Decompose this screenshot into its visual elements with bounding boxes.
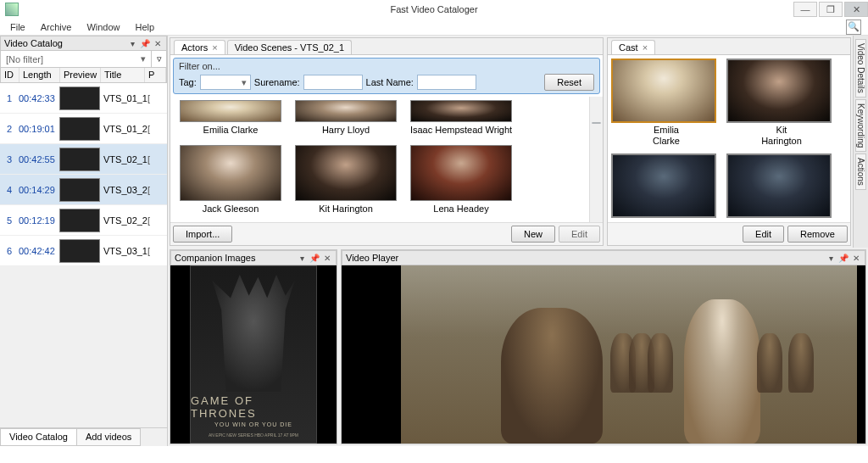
- tab-video-catalog[interactable]: Video Catalog: [0, 428, 77, 446]
- panel-close-icon[interactable]: ✕: [851, 253, 861, 263]
- menu-archive[interactable]: Archive: [34, 20, 79, 34]
- filter-dropdown[interactable]: [No filter]: [1, 51, 151, 67]
- reset-button[interactable]: Reset: [544, 74, 594, 91]
- minimize-button[interactable]: —: [793, 2, 817, 17]
- actors-panel: Actors× Video Scenes - VTS_02_1 Filter o…: [170, 37, 604, 246]
- scrollbar-thumb[interactable]: [592, 122, 601, 124]
- pin-icon[interactable]: 📌: [309, 253, 320, 263]
- tag-label: Tag:: [179, 77, 197, 87]
- actor-thumbnail: [295, 100, 397, 122]
- app-icon: [5, 3, 19, 16]
- video-player-title: Video Player: [346, 253, 398, 263]
- thumbnail: [59, 86, 100, 110]
- table-row[interactable]: 600:42:42VTS_03_1[: [0, 236, 167, 266]
- col-title[interactable]: Title: [101, 68, 145, 82]
- actor-card[interactable]: Lena Headey: [406, 145, 516, 219]
- actor-card[interactable]: Harry Lloyd: [291, 100, 401, 140]
- actor-card[interactable]: Kit Harington: [291, 145, 401, 219]
- actor-thumbnail: [410, 100, 512, 122]
- thumbnail: [59, 209, 100, 232]
- tabstrip: Actors× Video Scenes - VTS_02_1: [170, 38, 603, 55]
- close-icon[interactable]: ×: [643, 42, 648, 53]
- menu-help[interactable]: Help: [129, 20, 162, 34]
- surename-label: Surename:: [254, 77, 300, 87]
- cast-thumbnail: [726, 59, 832, 123]
- edit-button[interactable]: Edit: [559, 226, 600, 243]
- col-id[interactable]: ID: [1, 68, 19, 82]
- cast-edit-button[interactable]: Edit: [743, 226, 784, 243]
- cast-grid: EmiliaClarke KitHarington: [608, 55, 850, 222]
- cast-card[interactable]: EmiliaClarke: [611, 59, 721, 148]
- close-icon[interactable]: ×: [212, 42, 217, 53]
- scrollbar[interactable]: [589, 97, 603, 222]
- actors-grid: Emilia Clarke Harry Lloyd Isaac Hempstea…: [170, 97, 603, 222]
- tab-actions[interactable]: Actions: [855, 153, 866, 190]
- companion-images-panel: Companion Images ▾ 📌 ✕ GAME OF THRONES Y…: [170, 249, 337, 444]
- cast-thumbnail: [611, 153, 716, 218]
- thumbnail: [59, 239, 100, 263]
- import-button[interactable]: Import...: [173, 226, 232, 243]
- table-row[interactable]: 300:42:55VTS_02_1[: [0, 144, 167, 175]
- video-player-panel: Video Player ▾ 📌 ✕: [341, 249, 866, 444]
- cast-thumbnail: [726, 153, 832, 218]
- right-tab-strip: Video Details Keywording Actions: [853, 36, 868, 248]
- actor-card[interactable]: Isaac Hempstead Wright: [406, 100, 516, 140]
- video-catalog-panel: Video Catalog ▾ 📌 ✕ [No filter] ▿ ID Len…: [0, 36, 168, 446]
- actor-thumbnail: [295, 145, 397, 201]
- cast-card[interactable]: KitHarington: [726, 59, 837, 148]
- tab-video-details[interactable]: Video Details: [855, 39, 866, 98]
- table-row[interactable]: 400:14:29VTS_03_2[: [0, 175, 167, 205]
- pin-icon[interactable]: 📌: [838, 253, 849, 263]
- tab-actors[interactable]: Actors×: [174, 40, 225, 54]
- col-length[interactable]: Length: [19, 68, 60, 82]
- menu-bar: File Archive Window Help 🔍: [0, 19, 868, 36]
- panel-close-icon[interactable]: ✕: [322, 253, 332, 263]
- tab-video-scenes[interactable]: Video Scenes - VTS_02_1: [227, 40, 352, 54]
- catalog-columns: ID Length Preview Title P: [0, 68, 167, 83]
- dropdown-icon[interactable]: ▾: [826, 253, 836, 263]
- actor-thumbnail: [410, 145, 512, 201]
- actor-thumbnail: [180, 100, 281, 122]
- catalog-rows: 100:42:33VTS_01_1[ 200:19:01VTS_01_2[ 30…: [0, 83, 167, 266]
- lastname-input[interactable]: [417, 75, 476, 90]
- col-p[interactable]: P: [145, 68, 166, 82]
- cast-panel: Cast× EmiliaClarke KitHarington Edit Rem…: [607, 37, 851, 246]
- table-row[interactable]: 200:19:01VTS_01_2[: [0, 114, 167, 144]
- tag-select[interactable]: [200, 75, 251, 90]
- close-button[interactable]: ✕: [844, 2, 868, 17]
- video-player-viewport[interactable]: [342, 265, 865, 443]
- cast-remove-button[interactable]: Remove: [787, 226, 848, 243]
- dropdown-icon[interactable]: ▾: [127, 38, 137, 48]
- video-catalog-title: Video Catalog: [4, 38, 63, 48]
- dropdown-icon[interactable]: ▾: [297, 253, 307, 263]
- col-preview[interactable]: Preview: [60, 68, 101, 82]
- maximize-button[interactable]: ❐: [819, 2, 843, 17]
- actor-card[interactable]: Jack Gleeson: [175, 145, 286, 219]
- cast-card[interactable]: [726, 153, 837, 219]
- tab-add-videos[interactable]: Add videos: [76, 428, 141, 446]
- companion-image[interactable]: GAME OF THRONES YOU WIN OR YOU DIE AN EP…: [190, 265, 317, 443]
- cast-thumbnail: [611, 59, 716, 123]
- companion-title: Companion Images: [175, 253, 255, 263]
- actor-thumbnail: [180, 145, 281, 201]
- table-row[interactable]: 100:42:33VTS_01_1[: [0, 83, 167, 114]
- new-button[interactable]: New: [511, 226, 555, 243]
- pin-icon[interactable]: 📌: [140, 38, 150, 48]
- panel-close-icon[interactable]: ✕: [153, 38, 163, 48]
- tab-keywording[interactable]: Keywording: [855, 99, 866, 152]
- window-titlebar: Fast Video Cataloger — ❐ ✕: [0, 0, 868, 19]
- search-icon[interactable]: 🔍: [846, 20, 861, 35]
- surename-input[interactable]: [303, 75, 363, 90]
- thumbnail: [59, 178, 100, 202]
- menu-window[interactable]: Window: [80, 20, 126, 34]
- tab-cast[interactable]: Cast×: [611, 40, 655, 54]
- filter-box: Filter on... Tag: Surename: Last Name: R…: [173, 58, 600, 94]
- table-row[interactable]: 500:12:19VTS_02_2[: [0, 205, 167, 236]
- cast-card[interactable]: [611, 153, 721, 219]
- thumbnail: [59, 148, 100, 171]
- lastname-label: Last Name:: [366, 77, 414, 87]
- filter-button[interactable]: ▿: [151, 51, 166, 67]
- menu-file[interactable]: File: [3, 20, 32, 34]
- filter-label: Filter on...: [179, 61, 594, 71]
- actor-card[interactable]: Emilia Clarke: [175, 100, 286, 140]
